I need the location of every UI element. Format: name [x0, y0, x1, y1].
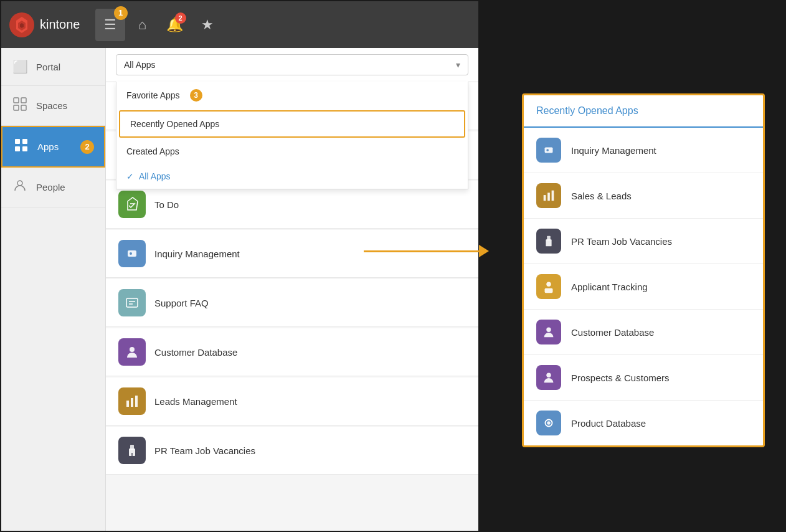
- notification-badge: 2: [175, 12, 186, 24]
- right-panel: Recently Opened Apps Inquiry Management …: [522, 93, 765, 447]
- notifications-button[interactable]: 🔔 2: [160, 9, 190, 41]
- right-panel-name-sales: Sales & Leads: [571, 191, 632, 201]
- svg-rect-6: [22, 139, 27, 144]
- svg-rect-5: [15, 139, 20, 144]
- filter-option-created[interactable]: Created Apps: [116, 139, 468, 164]
- logo-icon: [9, 12, 35, 38]
- app-icon-support: [118, 289, 146, 316]
- filter-current-value: All Apps: [124, 60, 156, 70]
- svg-point-39: [547, 421, 551, 425]
- right-panel-header: Recently Opened Apps: [524, 95, 763, 128]
- step-2-badge: 2: [80, 140, 94, 154]
- app-icon-leads: [118, 387, 146, 415]
- all-option-label: All Apps: [139, 171, 171, 181]
- portal-icon: ⬜: [11, 59, 29, 74]
- right-panel-icon-inquiry: [536, 138, 561, 163]
- step-3-badge: 3: [190, 89, 202, 102]
- svg-rect-29: [544, 195, 546, 201]
- filter-dropdown[interactable]: All Apps ▾: [116, 54, 468, 75]
- app-item-customer-db[interactable]: Customer Database: [106, 328, 478, 376]
- sidebar-label-apps: Apps: [37, 141, 59, 152]
- svg-point-34: [546, 282, 551, 287]
- filter-option-favorite[interactable]: Favorite Apps 3: [116, 82, 468, 109]
- right-panel-name-pr-jobs: PR Team Job Vacancies: [571, 236, 672, 247]
- filter-option-recent[interactable]: Recently Opened Apps: [119, 110, 465, 138]
- right-panel-name-product-db: Product Database: [571, 418, 646, 429]
- right-panel-icon-sales: [536, 183, 561, 208]
- svg-rect-33: [546, 239, 551, 246]
- sidebar-label-people: People: [36, 182, 65, 192]
- app-name-pr-jobs: PR Team Job Vacancies: [154, 445, 255, 456]
- app-name-leads: Leads Management: [154, 396, 237, 407]
- sidebar-label-spaces: Spaces: [36, 100, 67, 111]
- right-panel-item-product-db[interactable]: Product Database: [524, 401, 763, 445]
- svg-rect-8: [22, 146, 27, 151]
- right-panel-item-applicant[interactable]: Applicant Tracking: [524, 264, 763, 310]
- svg-rect-7: [15, 146, 20, 151]
- right-panel-name-customer-db: Customer Database: [571, 327, 654, 338]
- connector-arrow: [364, 245, 489, 257]
- right-panel-item-customer-db[interactable]: Customer Database: [524, 310, 763, 355]
- right-panel-icon-applicant: [536, 274, 561, 299]
- app-name-todo: To Do: [154, 199, 179, 210]
- svg-rect-22: [131, 398, 133, 407]
- svg-rect-1: [14, 98, 19, 103]
- app-item-leads[interactable]: Leads Management: [106, 378, 478, 425]
- apps-panel: All Apps ▾ Favorite Apps 3 Recently Open…: [106, 48, 478, 531]
- favorites-button[interactable]: ★: [192, 9, 222, 41]
- app-icon-customer-db: [118, 338, 146, 366]
- sidebar-item-portal[interactable]: ⬜ Portal: [1, 48, 105, 86]
- app-icon-todo: [118, 191, 146, 218]
- logo: kintone: [9, 12, 80, 38]
- right-panel-item-sales[interactable]: Sales & Leads: [524, 173, 763, 219]
- sidebar-label-portal: Portal: [36, 62, 60, 72]
- svg-point-16: [130, 252, 132, 255]
- right-panel-title: Recently Opened Apps: [536, 105, 638, 116]
- right-panel-name-inquiry: Inquiry Management: [571, 145, 656, 156]
- right-panel-item-pr-jobs[interactable]: PR Team Job Vacancies: [524, 219, 763, 264]
- menu-button[interactable]: ☰ 1: [95, 9, 125, 41]
- home-button[interactable]: ⌂: [128, 9, 158, 41]
- svg-rect-3: [14, 105, 19, 110]
- svg-point-36: [546, 328, 551, 332]
- star-icon: ★: [201, 17, 214, 33]
- check-icon: ✓: [126, 171, 134, 181]
- app-item-support[interactable]: Support FAQ: [106, 279, 478, 327]
- right-panel-item-prospects[interactable]: Prospects & Customers: [524, 355, 763, 401]
- svg-rect-4: [21, 105, 26, 110]
- spaces-icon: [11, 97, 29, 114]
- filter-option-all[interactable]: ✓ All Apps: [116, 164, 468, 189]
- svg-rect-21: [126, 401, 129, 407]
- logo-text: kintone: [40, 17, 80, 32]
- svg-point-9: [17, 181, 22, 186]
- filter-menu: Favorite Apps 3 Recently Opened Apps Cre…: [116, 82, 468, 189]
- svg-point-28: [546, 149, 549, 151]
- sidebar-item-people[interactable]: People: [1, 168, 105, 207]
- svg-rect-17: [126, 298, 138, 307]
- right-panel-icon-prospects: [536, 365, 561, 390]
- recent-option-label: Recently Opened Apps: [130, 119, 219, 129]
- right-panel-name-applicant: Applicant Tracking: [571, 282, 648, 292]
- app-item-pr-jobs[interactable]: PR Team Job Vacancies: [106, 427, 478, 475]
- filter-bar: All Apps ▾ Favorite Apps 3 Recently Open…: [106, 48, 478, 82]
- app-name-customer-db: Customer Database: [154, 347, 237, 358]
- right-panel-item-inquiry[interactable]: Inquiry Management: [524, 128, 763, 173]
- main-content: ⬜ Portal Spaces: [1, 48, 478, 531]
- chevron-down-icon: ▾: [456, 60, 460, 70]
- sidebar-item-apps[interactable]: Apps 2: [1, 126, 105, 168]
- sidebar: ⬜ Portal Spaces: [1, 48, 106, 531]
- arrow-line: [364, 250, 479, 252]
- right-panel-icon-customer-db: [536, 320, 561, 344]
- created-option-label: Created Apps: [126, 146, 179, 156]
- app-name-inquiry: Inquiry Management: [154, 249, 240, 259]
- people-icon: [11, 179, 29, 196]
- svg-point-20: [130, 347, 135, 352]
- sidebar-item-spaces[interactable]: Spaces: [1, 86, 105, 126]
- header: kintone ☰ 1 ⌂ 🔔 2 ★: [1, 1, 478, 48]
- header-icons: ☰ 1 ⌂ 🔔 2 ★: [95, 9, 222, 41]
- right-panel-icon-pr-jobs: [536, 229, 561, 254]
- svg-rect-23: [135, 396, 138, 407]
- svg-rect-30: [547, 192, 550, 201]
- app-icon-pr-jobs: [118, 437, 146, 464]
- apps-icon: [12, 138, 30, 155]
